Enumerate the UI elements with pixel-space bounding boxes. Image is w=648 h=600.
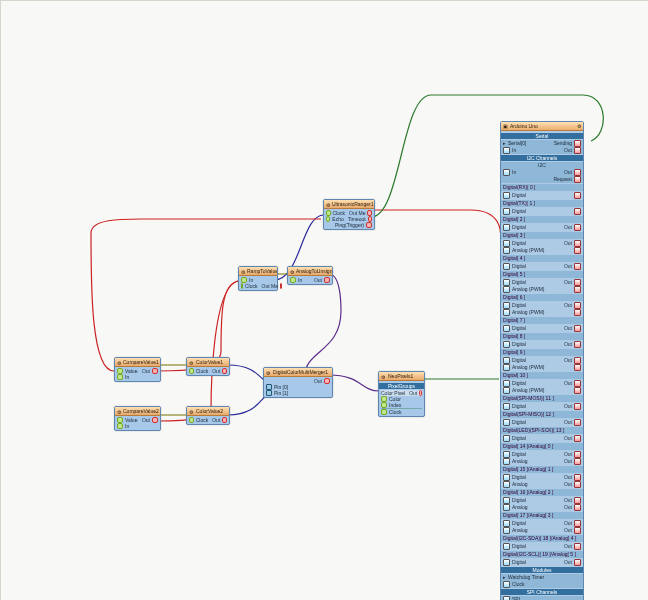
- pin-in[interactable]: [503, 263, 510, 270]
- pin-row[interactable]: Analog (PWM): [503, 247, 581, 254]
- pin-row[interactable]: DigitalOut: [503, 559, 581, 566]
- pin-out[interactable]: [574, 309, 581, 316]
- pin-out[interactable]: [574, 497, 581, 504]
- pin-out[interactable]: [574, 451, 581, 458]
- pin-out[interactable]: [574, 527, 581, 534]
- pin-row[interactable]: DigitalOut: [503, 435, 581, 442]
- pin-row[interactable]: AnalogOut: [503, 458, 581, 465]
- pin-row[interactable]: DigitalOut: [503, 520, 581, 527]
- pin-in[interactable]: [503, 147, 510, 154]
- pin-out[interactable]: [574, 435, 581, 442]
- pin-row[interactable]: AnalogOut: [503, 527, 581, 534]
- pin-out[interactable]: [574, 543, 581, 550]
- pin-in[interactable]: [117, 374, 123, 380]
- pin-out[interactable]: [280, 283, 282, 289]
- pin-out[interactable]: [574, 520, 581, 527]
- pin-in[interactable]: [503, 309, 510, 316]
- pin-out[interactable]: [574, 169, 581, 176]
- pin-row[interactable]: DigitalOut: [503, 380, 581, 387]
- pin-in[interactable]: [189, 417, 194, 423]
- pin-in[interactable]: [503, 247, 510, 254]
- node-compare-value-1[interactable]: ⚙CompareValue1 ValueOut In: [114, 357, 161, 382]
- pin-in[interactable]: [503, 581, 510, 588]
- pin-in[interactable]: [503, 527, 510, 534]
- pin-in[interactable]: [117, 423, 123, 429]
- pin-out[interactable]: [574, 474, 581, 481]
- pin-in[interactable]: [503, 435, 510, 442]
- node-analog-to-unsigned[interactable]: ⚙AnalogToUnsigned1 InOut: [287, 266, 333, 285]
- node-color-value-2[interactable]: ⚙ColorValue2 ClockOut: [186, 406, 230, 425]
- pin-in[interactable]: [503, 596, 510, 600]
- pin-row[interactable]: DigitalOut: [503, 325, 581, 332]
- pin-row[interactable]: DigitalOut: [503, 451, 581, 458]
- node-color-multi-merger[interactable]: ⚙DigitalColorMultiMerger1 Out Pin [0] Pi…: [263, 367, 333, 398]
- pin-in[interactable]: [503, 224, 510, 231]
- pin-in[interactable]: [503, 387, 510, 394]
- pin-in[interactable]: [503, 419, 510, 426]
- pin-row[interactable]: DigitalOut: [503, 543, 581, 550]
- pin-out[interactable]: [574, 279, 581, 286]
- pin-in[interactable]: [503, 504, 510, 511]
- pin-in[interactable]: [290, 277, 296, 283]
- pin-in[interactable]: [503, 364, 510, 371]
- pin-out[interactable]: [574, 147, 581, 154]
- pin-row[interactable]: AnalogOut: [503, 504, 581, 511]
- pin-out[interactable]: [574, 458, 581, 465]
- pin-in[interactable]: [503, 286, 510, 293]
- node-ramp-to-value[interactable]: ⚙RampToValue1 In ClockOut Me: [238, 266, 278, 291]
- pin-in[interactable]: [241, 283, 243, 289]
- pin-row[interactable]: DigitalOut: [503, 279, 581, 286]
- pin-out[interactable]: [574, 208, 581, 215]
- pin-in[interactable]: [503, 380, 510, 387]
- pin-row[interactable]: DigitalOut: [503, 263, 581, 270]
- pin-row[interactable]: DigitalOut: [503, 474, 581, 481]
- pin-out[interactable]: [574, 504, 581, 511]
- node-compare-value-2[interactable]: ⚙CompareValue2 ValueOut In: [114, 406, 161, 431]
- pin-out[interactable]: [574, 325, 581, 332]
- pin-out[interactable]: [574, 364, 581, 371]
- pin-in[interactable]: [503, 451, 510, 458]
- pin-in[interactable]: [503, 279, 510, 286]
- pin-in[interactable]: [503, 520, 510, 527]
- pin-in[interactable]: [503, 481, 510, 488]
- pin-in[interactable]: [503, 474, 510, 481]
- pin-in[interactable]: [503, 357, 510, 364]
- pin-row[interactable]: DigitalOut: [503, 302, 581, 309]
- pin-out[interactable]: [574, 403, 581, 410]
- pin-in[interactable]: [503, 192, 510, 199]
- pin-out[interactable]: [574, 224, 581, 231]
- pin-out[interactable]: [574, 341, 581, 348]
- pin-out[interactable]: [574, 176, 581, 183]
- node-neopixels[interactable]: ⚙NeoPixels1 PixelGroups Color PixelOut C…: [378, 371, 425, 417]
- pin-in[interactable]: [189, 368, 194, 374]
- pin-out[interactable]: [574, 140, 581, 147]
- pin-out[interactable]: [574, 240, 581, 247]
- node-color-value-1[interactable]: ⚙ColorValue1 ClockOut: [186, 357, 230, 376]
- pin-out[interactable]: [574, 247, 581, 254]
- pin-out[interactable]: [574, 419, 581, 426]
- pin-in[interactable]: [503, 169, 510, 176]
- pin-in[interactable]: [381, 409, 387, 415]
- pin-row[interactable]: Analog (PWM): [503, 286, 581, 293]
- pin-out[interactable]: [574, 380, 581, 387]
- pin-out[interactable]: [574, 357, 581, 364]
- pin-row[interactable]: DigitalOut: [503, 403, 581, 410]
- node-arduino-uno[interactable]: ▣Arduino Uno⚙ Serial ▸Serial[0]Sending I…: [500, 121, 584, 600]
- pin-out[interactable]: [574, 302, 581, 309]
- pin-row[interactable]: Digital: [503, 208, 581, 215]
- pin-row[interactable]: DigitalOut: [503, 497, 581, 504]
- pin-out[interactable]: [574, 286, 581, 293]
- pin-out[interactable]: [574, 387, 581, 394]
- pin-row[interactable]: AnalogOut: [503, 481, 581, 488]
- pin-out[interactable]: [222, 417, 227, 423]
- pin-row[interactable]: Digital: [503, 192, 581, 199]
- pin-row[interactable]: Analog (PWM): [503, 364, 581, 371]
- pin-in[interactable]: [503, 403, 510, 410]
- pin-in[interactable]: [503, 543, 510, 550]
- pin-in[interactable]: [266, 390, 272, 396]
- pin-out[interactable]: [324, 277, 330, 283]
- design-canvas[interactable]: ⚙UltrasonicRanger1 ClockOut Me EchoTimeo…: [0, 0, 648, 600]
- pin-in[interactable]: [503, 497, 510, 504]
- node-ultrasonic-ranger[interactable]: ⚙UltrasonicRanger1 ClockOut Me EchoTimeo…: [323, 199, 375, 230]
- pin-row[interactable]: Analog (PWM): [503, 309, 581, 316]
